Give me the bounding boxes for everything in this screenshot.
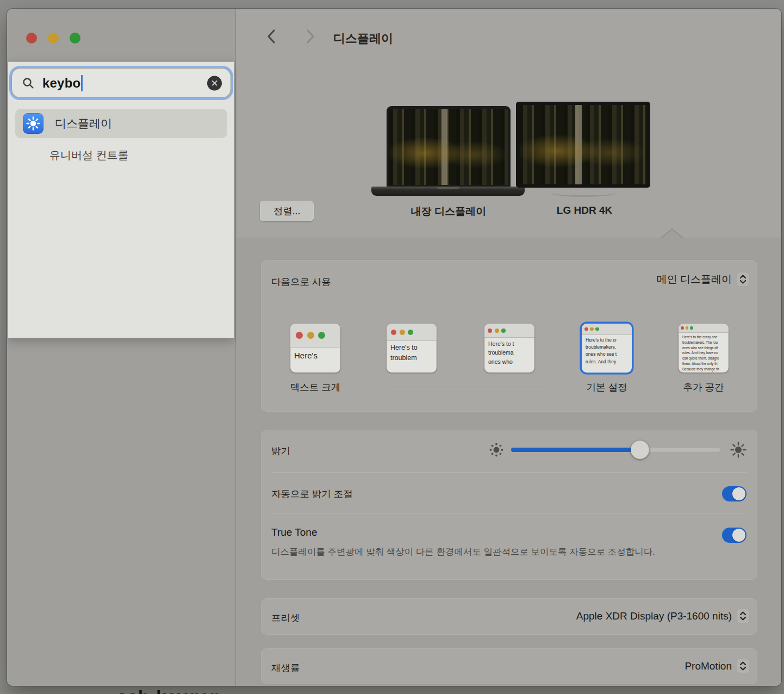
use-as-scaling-panel: 다음으로 사용 메인 디스플레이 Here'sHere's totroublem…	[261, 260, 757, 412]
external-display-thumbnail[interactable]	[516, 102, 650, 188]
brightness-slider-fill	[511, 448, 640, 452]
search-input-value: keybo	[42, 76, 80, 91]
true-tone-toggle[interactable]	[722, 528, 746, 543]
search-icon	[22, 77, 35, 90]
mini-traffic-light	[408, 330, 413, 335]
search-result-universal-control[interactable]: 유니버설 컨트롤	[49, 148, 129, 163]
true-tone-label: True Tone	[271, 526, 318, 538]
mini-traffic-light	[318, 332, 325, 339]
use-as-value: 메인 디스플레이	[657, 272, 732, 287]
page-title: 디스플레이	[333, 30, 393, 47]
scaling-option-텍스트 크게[interactable]: Here's	[290, 324, 340, 373]
panel-divider	[271, 300, 747, 300]
panel-divider	[271, 472, 747, 473]
scaling-option-label: 기본 설정	[563, 381, 650, 394]
mini-traffic-light	[686, 326, 689, 330]
mini-traffic-light	[681, 326, 684, 330]
close-icon: ✕	[210, 78, 218, 88]
brightness-dim-icon	[488, 442, 505, 458]
auto-brightness-toggle[interactable]	[722, 486, 746, 501]
preset-panel: 프리셋 Apple XDR Display (P3-1600 nits)	[261, 598, 757, 635]
mini-traffic-light	[400, 330, 405, 335]
preset-value: Apple XDR Display (P3-1600 nits)	[576, 610, 732, 622]
mini-traffic-light	[584, 327, 588, 331]
display-brightness-icon	[23, 113, 43, 134]
arrange-button[interactable]: 정렬...	[260, 201, 314, 221]
text-cursor	[81, 75, 83, 91]
mini-traffic-light	[590, 327, 594, 331]
mini-traffic-light	[488, 329, 492, 333]
brightness-slider[interactable]	[511, 448, 720, 452]
refresh-rate-value: ProMotion	[685, 660, 732, 672]
mini-traffic-light	[690, 326, 693, 330]
scaling-option-기본 설정[interactable]: Here's to the crtroublemakers.ones who s…	[582, 324, 632, 373]
mini-traffic-light	[595, 327, 599, 331]
scaling-option-label: 텍스트 크게	[272, 381, 359, 394]
zoom-window-button[interactable]	[70, 33, 80, 44]
panel-divider	[271, 513, 747, 513]
preset-stepper[interactable]	[736, 609, 750, 623]
search-result-display[interactable]: 디스플레이	[15, 109, 227, 138]
mini-traffic-light	[307, 332, 314, 339]
forward-button[interactable]	[304, 28, 317, 47]
scaling-option-label: 추가 공간	[660, 381, 747, 394]
brightness-bright-icon	[730, 441, 747, 458]
search-result-display-label: 디스플레이	[55, 116, 112, 131]
scaling-connector-line	[384, 387, 545, 387]
scaling-option-추가 공간[interactable]: Here's to the crazy onetroublemakers. Th…	[679, 324, 729, 373]
mini-traffic-light	[296, 332, 303, 339]
close-window-button[interactable]	[26, 33, 37, 44]
external-display-label: LG HDR 4K	[508, 205, 661, 216]
background-terminal-strip: ssh-keygen	[0, 686, 784, 694]
mini-traffic-light	[391, 330, 396, 335]
scaling-option-size-3[interactable]: Here's to ttroublemaones who	[484, 324, 534, 373]
toggle-knob	[732, 529, 745, 542]
selected-display-pointer	[662, 230, 682, 238]
builtin-display-label: 내장 디스플레이	[372, 205, 525, 219]
sidebar: keybo ✕ 디스	[7, 9, 236, 686]
window-controls	[26, 33, 80, 44]
back-button[interactable]	[265, 28, 278, 47]
use-as-label: 다음으로 사용	[271, 275, 331, 288]
refresh-rate-panel: 재생률 ProMotion	[261, 648, 757, 684]
refresh-rate-stepper[interactable]	[736, 659, 750, 673]
builtin-display-thumbnail[interactable]	[387, 106, 511, 188]
clear-search-button[interactable]: ✕	[207, 76, 222, 90]
background-terminal-text: ssh-keygen	[117, 686, 221, 694]
external-display-stand	[550, 189, 617, 197]
minimize-window-button[interactable]	[48, 33, 59, 44]
toggle-knob	[732, 487, 745, 500]
refresh-rate-label: 재생률	[271, 661, 300, 674]
system-settings-window: keybo ✕ 디스	[7, 9, 781, 686]
brightness-panel: 밝기	[261, 430, 757, 580]
search-results-popover: keybo ✕ 디스	[8, 61, 234, 338]
brightness-slider-thumb[interactable]	[631, 441, 649, 459]
preset-label: 프리셋	[271, 611, 300, 624]
auto-brightness-label: 자동으로 밝기 조절	[271, 487, 353, 500]
scaling-option-size-2[interactable]: Here's totroublem	[387, 324, 437, 373]
true-tone-description: 디스플레이를 주변광에 맞춰 색상이 다른 환경에서도 일관적으로 보이도록 자…	[271, 544, 674, 560]
main-content: 디스플레이 정렬... 내장 디스플레이 LG HDR 4K 다음으로 사용 메…	[237, 9, 781, 686]
builtin-display-base	[371, 187, 525, 196]
brightness-label: 밝기	[271, 444, 290, 457]
use-as-stepper[interactable]	[736, 272, 750, 287]
mini-traffic-light	[501, 329, 506, 333]
mini-traffic-light	[495, 329, 499, 333]
search-input[interactable]: keybo ✕	[11, 68, 231, 98]
